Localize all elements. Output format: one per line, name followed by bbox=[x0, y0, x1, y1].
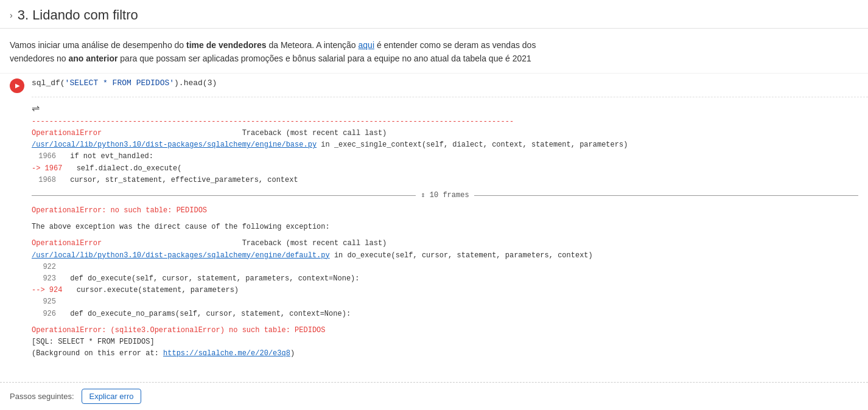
line1968-code: cursor, str_statement, effective_paramet… bbox=[70, 176, 298, 184]
line-arrow-1967: -> 1967 bbox=[32, 163, 62, 175]
line924-row: --> 924 cursor.execute(statement, parame… bbox=[32, 285, 858, 296]
code-cell: ▶ sql_df('SELECT * FROM PEDIDOS').head(3… bbox=[0, 73, 868, 365]
section-header: › 3. Lidando com filtro bbox=[0, 0, 868, 29]
play-icon: ▶ bbox=[15, 82, 20, 89]
run-button[interactable]: ▶ bbox=[10, 78, 24, 93]
frames-text[interactable]: ⇕ 10 frames bbox=[421, 190, 469, 201]
code-string: 'SELECT * FROM PEDIDOS' bbox=[65, 78, 174, 88]
file-context1: in _exec_single_context(self, dialect, c… bbox=[321, 141, 628, 149]
line923-code: def do_execute(self, cursor, statement, … bbox=[70, 274, 359, 283]
file-link2[interactable]: /usr/local/lib/python3.10/dist-packages/… bbox=[32, 251, 330, 260]
line922-row: 922 bbox=[32, 262, 858, 273]
bg-suffix: ) bbox=[290, 349, 295, 358]
file-context2: in do_execute(self, cursor, statement, p… bbox=[334, 251, 593, 260]
line-arrow-924: --> 924 bbox=[32, 285, 62, 296]
desc-suffix2: para que possam ser aplicadas promoções … bbox=[117, 54, 531, 63]
line924-code: cursor.execute(statement, parameters) bbox=[77, 286, 239, 294]
line1967-code: self.dialect.do_execute( bbox=[77, 164, 182, 173]
description-area: Vamos iniciar uma análise de desempenho … bbox=[0, 29, 868, 73]
desc-mid: da Meteora. A intenção bbox=[267, 40, 359, 50]
code-cell-input: ▶ sql_df('SELECT * FROM PEDIDOS').head(3… bbox=[0, 74, 868, 97]
line-num-1966: 1966 bbox=[32, 151, 56, 162]
chevron-icon[interactable]: › bbox=[10, 10, 13, 20]
line-num-1968: 1968 bbox=[32, 175, 56, 186]
traceback-spaces1 bbox=[106, 129, 237, 137]
code-close-paren: ).head(3) bbox=[174, 78, 217, 88]
explain-error-button[interactable]: Explicar erro bbox=[82, 389, 142, 404]
traceback-header2: Traceback (most recent call last) bbox=[242, 239, 387, 248]
traceback-row2: OperationalError Traceback (most recent … bbox=[32, 238, 858, 249]
sql-line: [SQL: SELECT * FROM PEDIDOS] bbox=[32, 336, 858, 348]
simple-error: OperationalError: no such table: PEDIDOS bbox=[32, 205, 858, 217]
line926-code: def do_execute_no_params(self, cursor, s… bbox=[70, 310, 351, 318]
bg-link[interactable]: https://sqlalche.me/e/20/e3q8 bbox=[163, 349, 290, 358]
bg-line: (Background on this error at: https://sq… bbox=[32, 348, 858, 360]
line1966-code: if not evt_handled: bbox=[70, 152, 153, 161]
line-num-925: 925 bbox=[32, 296, 56, 308]
line-num-926: 926 bbox=[32, 308, 56, 320]
dashes-line1: ----------------------------------------… bbox=[32, 116, 858, 128]
traceback-spaces2 bbox=[106, 239, 237, 248]
file-link1[interactable]: /usr/local/lib/python3.10/dist-packages/… bbox=[32, 141, 317, 149]
code-func: sql_df( bbox=[32, 78, 65, 88]
line-num-922: 922 bbox=[32, 262, 56, 273]
line926-row: 926 def do_execute_no_params(self, curso… bbox=[32, 308, 858, 320]
frames-line-right bbox=[474, 195, 858, 196]
desc-bold2: ano anterior bbox=[69, 54, 118, 63]
frames-line-left bbox=[32, 195, 416, 196]
page-container: › 3. Lidando com filtro Vamos iniciar um… bbox=[0, 0, 868, 410]
line1966-row: 1966 if not evt_handled: bbox=[32, 151, 858, 162]
desc-prefix1: Vamos iniciar uma análise de desempenho … bbox=[10, 40, 186, 50]
next-steps-label: Passos seguintes: bbox=[10, 392, 74, 401]
error-label2: OperationalError bbox=[32, 239, 102, 248]
exception-note: The above exception was the direct cause… bbox=[32, 221, 858, 233]
traceback-row1: OperationalError Traceback (most recent … bbox=[32, 128, 858, 139]
output-toolbar: ⇌ bbox=[32, 102, 858, 114]
file-row2: /usr/local/lib/python3.10/dist-packages/… bbox=[32, 250, 858, 262]
aqui-link[interactable]: aqui bbox=[359, 40, 374, 50]
line1967-row: -> 1967 self.dialect.do_execute( bbox=[32, 163, 858, 175]
error-label1: OperationalError bbox=[32, 129, 102, 137]
bg-prefix: (Background on this error at: bbox=[32, 349, 163, 358]
next-steps-bar: Passos seguintes: Explicar erro bbox=[0, 382, 868, 410]
line925-row: 925 bbox=[32, 296, 858, 308]
code-text[interactable]: sql_df('SELECT * FROM PEDIDOS').head(3) bbox=[32, 77, 217, 89]
line923-row: 923 def do_execute(self, cursor, stateme… bbox=[32, 273, 858, 285]
desc-prefix2: vendedores no bbox=[10, 54, 69, 63]
toolbar-settings-icon[interactable]: ⇌ bbox=[32, 102, 40, 114]
desc-suffix1: é entender como se deram as vendas dos bbox=[374, 40, 536, 50]
desc-bold1: time de vendedores bbox=[186, 40, 267, 50]
line-num-923: 923 bbox=[32, 273, 56, 285]
file-row1: /usr/local/lib/python3.10/dist-packages/… bbox=[32, 139, 858, 151]
section-title: 3. Lidando com filtro bbox=[18, 7, 138, 23]
error-output: ----------------------------------------… bbox=[32, 116, 858, 360]
frames-separator: ⇕ 10 frames bbox=[32, 190, 858, 201]
output-area: ⇌ --------------------------------------… bbox=[32, 97, 868, 365]
line1968-row: 1968 cursor, str_statement, effective_pa… bbox=[32, 175, 858, 186]
final-error: OperationalError: (sqlite3.OperationalEr… bbox=[32, 325, 858, 336]
description-paragraph: Vamos iniciar uma análise de desempenho … bbox=[10, 38, 858, 66]
traceback-header1: Traceback (most recent call last) bbox=[242, 129, 387, 137]
